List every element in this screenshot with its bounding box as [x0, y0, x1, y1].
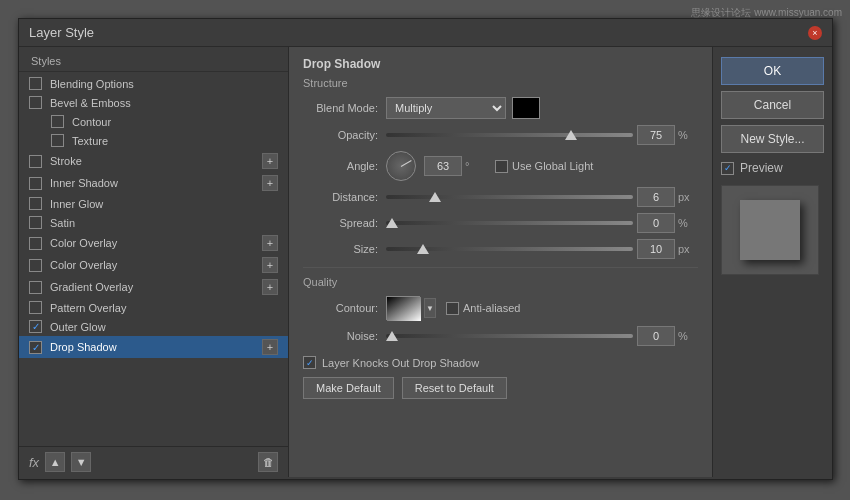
sidebar-item-color-overlay-1[interactable]: Color Overlay+	[19, 232, 288, 254]
label-color-overlay-2: Color Overlay	[50, 259, 258, 271]
angle-input[interactable]	[424, 156, 462, 176]
label-bevel-emboss: Bevel & Emboss	[50, 97, 278, 109]
checkbox-gradient-overlay[interactable]	[29, 281, 42, 294]
global-light-cb[interactable]	[495, 160, 508, 173]
anti-aliased-checkbox[interactable]: Anti-aliased	[446, 302, 520, 315]
noise-input[interactable]	[637, 326, 675, 346]
noise-row: Noise: %	[303, 326, 698, 346]
opacity-slider[interactable]	[386, 128, 633, 142]
shadow-color-swatch[interactable]	[512, 97, 540, 119]
label-satin: Satin	[50, 217, 278, 229]
label-outer-glow: Outer Glow	[50, 321, 278, 333]
styles-list: Blending OptionsBevel & EmbossContourTex…	[19, 72, 288, 446]
add-btn-inner-shadow[interactable]: +	[262, 175, 278, 191]
checkbox-drop-shadow[interactable]: ✓	[29, 341, 42, 354]
checkbox-color-overlay-2[interactable]	[29, 259, 42, 272]
checkbox-stroke[interactable]	[29, 155, 42, 168]
delete-button[interactable]: 🗑	[258, 452, 278, 472]
checkbox-bevel-emboss[interactable]	[29, 96, 42, 109]
checkbox-blending-options[interactable]	[29, 77, 42, 90]
distance-slider[interactable]	[386, 190, 633, 204]
add-btn-color-overlay-1[interactable]: +	[262, 235, 278, 251]
checkbox-satin[interactable]	[29, 216, 42, 229]
layer-knocks-cb[interactable]	[303, 356, 316, 369]
sidebar-item-outer-glow[interactable]: ✓Outer Glow	[19, 317, 288, 336]
styles-header: Styles	[19, 47, 288, 72]
spread-row: Spread: %	[303, 213, 698, 233]
add-btn-gradient-overlay[interactable]: +	[262, 279, 278, 295]
sidebar-item-bevel-emboss[interactable]: Bevel & Emboss	[19, 93, 288, 112]
size-row: Size: px	[303, 239, 698, 259]
noise-label: Noise:	[303, 330, 378, 342]
sidebar-item-inner-glow[interactable]: Inner Glow	[19, 194, 288, 213]
label-texture: Texture	[72, 135, 278, 147]
cancel-button[interactable]: Cancel	[721, 91, 824, 119]
size-unit: px	[678, 243, 698, 255]
distance-label: Distance:	[303, 191, 378, 203]
reset-to-default-button[interactable]: Reset to Default	[402, 377, 507, 399]
preview-box	[721, 185, 819, 275]
sidebar-item-pattern-overlay[interactable]: Pattern Overlay	[19, 298, 288, 317]
preview-checkbox[interactable]	[721, 162, 734, 175]
add-btn-stroke[interactable]: +	[262, 153, 278, 169]
quality-label: Quality	[303, 276, 698, 288]
make-default-button[interactable]: Make Default	[303, 377, 394, 399]
dialog-title: Layer Style	[29, 25, 94, 40]
checkbox-outer-glow[interactable]: ✓	[29, 320, 42, 333]
label-blending-options: Blending Options	[50, 78, 278, 90]
noise-slider[interactable]	[386, 329, 633, 343]
anti-aliased-cb[interactable]	[446, 302, 459, 315]
label-pattern-overlay: Pattern Overlay	[50, 302, 278, 314]
sidebar-item-texture[interactable]: Texture	[19, 131, 288, 150]
contour-preview[interactable]	[386, 296, 420, 320]
contour-row: Contour: ▼ Anti-aliased	[303, 296, 698, 320]
opacity-input[interactable]	[637, 125, 675, 145]
blend-mode-row: Blend Mode: NormalDissolveMultiplyScreen…	[303, 97, 698, 119]
sidebar-item-blending-options[interactable]: Blending Options	[19, 74, 288, 93]
fx-label: fx	[29, 455, 39, 470]
opacity-row: Opacity: %	[303, 125, 698, 145]
label-drop-shadow: Drop Shadow	[50, 341, 258, 353]
layer-knocks-label: Layer Knocks Out Drop Shadow	[322, 357, 479, 369]
blend-mode-select[interactable]: NormalDissolveMultiplyScreenOverlayDarke…	[386, 97, 506, 119]
close-button[interactable]: ×	[808, 26, 822, 40]
add-btn-color-overlay-2[interactable]: +	[262, 257, 278, 273]
contour-label: Contour:	[303, 302, 378, 314]
size-input[interactable]	[637, 239, 675, 259]
fx-bar: fx ▲ ▼ 🗑	[19, 446, 288, 477]
sidebar-item-inner-shadow[interactable]: Inner Shadow+	[19, 172, 288, 194]
anti-aliased-label: Anti-aliased	[463, 302, 520, 314]
sidebar-item-drop-shadow[interactable]: ✓Drop Shadow+	[19, 336, 288, 358]
sidebar-item-contour[interactable]: Contour	[19, 112, 288, 131]
contour-dropdown-btn[interactable]: ▼	[424, 298, 436, 318]
move-down-button[interactable]: ▼	[71, 452, 91, 472]
checkbox-texture[interactable]	[51, 134, 64, 147]
label-gradient-overlay: Gradient Overlay	[50, 281, 258, 293]
checkbox-pattern-overlay[interactable]	[29, 301, 42, 314]
sidebar-item-gradient-overlay[interactable]: Gradient Overlay+	[19, 276, 288, 298]
ok-button[interactable]: OK	[721, 57, 824, 85]
sidebar-item-satin[interactable]: Satin	[19, 213, 288, 232]
spread-slider[interactable]	[386, 216, 633, 230]
add-btn-drop-shadow[interactable]: +	[262, 339, 278, 355]
move-up-button[interactable]: ▲	[45, 452, 65, 472]
checkbox-color-overlay-1[interactable]	[29, 237, 42, 250]
spread-input[interactable]	[637, 213, 675, 233]
new-style-button[interactable]: New Style...	[721, 125, 824, 153]
distance-input[interactable]	[637, 187, 675, 207]
center-panel: Drop Shadow Structure Blend Mode: Normal…	[289, 47, 712, 477]
layer-style-dialog: Layer Style × Styles Blending OptionsBev…	[18, 18, 833, 480]
label-color-overlay-1: Color Overlay	[50, 237, 258, 249]
checkbox-contour[interactable]	[51, 115, 64, 128]
preview-label-text: Preview	[740, 161, 783, 175]
sidebar-item-color-overlay-2[interactable]: Color Overlay+	[19, 254, 288, 276]
checkbox-inner-glow[interactable]	[29, 197, 42, 210]
center-bottom: Layer Knocks Out Drop Shadow Make Defaul…	[303, 356, 698, 399]
angle-dial[interactable]	[386, 151, 416, 181]
use-global-light-checkbox[interactable]: Use Global Light	[495, 160, 593, 173]
sidebar-item-stroke[interactable]: Stroke+	[19, 150, 288, 172]
checkbox-inner-shadow[interactable]	[29, 177, 42, 190]
blend-mode-label: Blend Mode:	[303, 102, 378, 114]
label-inner-shadow: Inner Shadow	[50, 177, 258, 189]
size-slider[interactable]	[386, 242, 633, 256]
